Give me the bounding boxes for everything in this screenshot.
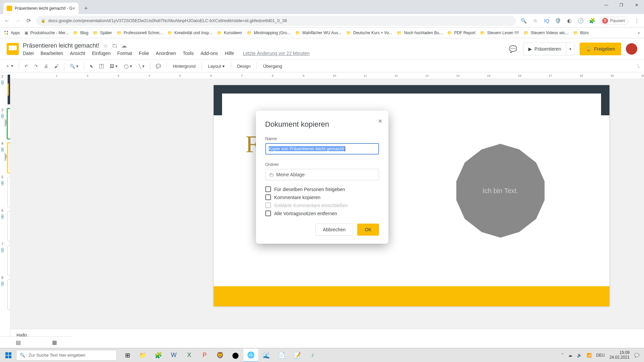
start-button[interactable] <box>1 349 15 362</box>
chrome-menu-icon[interactable]: ⋮ <box>633 17 640 24</box>
bookmark-overflow-icon[interactable]: » <box>638 31 640 35</box>
task-view-icon[interactable]: ⊞ <box>120 349 135 362</box>
bookmark-item[interactable]: 📁PDF Report <box>447 31 475 35</box>
background-button[interactable]: Hintergrund <box>170 62 198 70</box>
nav-back-icon[interactable]: ← <box>4 18 10 24</box>
tray-cloud-icon[interactable]: ☁ <box>568 353 572 358</box>
bookmark-item[interactable]: 📁Professionell Schrei... <box>117 31 163 35</box>
star-document-icon[interactable]: ☆ <box>103 43 108 49</box>
extension-circle-icon[interactable]: ◐ <box>566 17 573 24</box>
menu-addons[interactable]: Add-ons <box>201 51 218 56</box>
line-button[interactable]: ╲ ▾ <box>137 62 147 70</box>
slide-thumbnail[interactable] <box>7 245 10 276</box>
checkbox-share-same[interactable]: Für dieselben Personen freigeben <box>265 186 379 192</box>
explorer-icon[interactable]: 📁 <box>136 349 150 362</box>
menu-slide[interactable]: Folie <box>139 51 149 56</box>
tray-volume-icon[interactable]: 🔊 <box>577 353 582 358</box>
redo-button[interactable]: ↷ <box>32 62 40 70</box>
brave-icon[interactable]: 🦁 <box>213 349 227 362</box>
design-button[interactable]: Design <box>234 62 253 70</box>
menu-file[interactable]: Datei <box>23 51 34 56</box>
bookmark-item[interactable]: 📁Blog <box>73 31 88 35</box>
paint-format-button[interactable]: 🖌 <box>52 62 61 70</box>
bookmark-item[interactable]: ▣Produktsuche - Mer... <box>24 31 68 35</box>
zoom-button[interactable]: 🔍 ▾ <box>68 62 81 70</box>
slide-thumbnail-current[interactable]: 7 ✕ <box>7 143 10 173</box>
edge-icon[interactable]: 🌊 <box>259 349 274 362</box>
spotify-icon[interactable]: ♪ <box>305 349 320 362</box>
tray-expand-icon[interactable]: ˄ <box>561 353 564 358</box>
filmstrip-view-icon[interactable]: ▤ <box>16 339 21 346</box>
undo-button[interactable]: ↶ <box>22 62 30 70</box>
document-title[interactable]: Präsentieren leicht gemacht! <box>23 42 99 49</box>
account-avatar[interactable] <box>626 43 637 55</box>
powerpoint-icon[interactable]: P <box>197 349 212 362</box>
bookmark-item[interactable]: 📁Mindmapping (Gru... <box>247 31 290 35</box>
menu-format[interactable]: Format <box>117 51 132 56</box>
grid-view-icon[interactable]: ▦ <box>52 339 57 346</box>
transition-button[interactable]: Übergang <box>260 62 285 70</box>
tray-wifi-icon[interactable]: 📶 <box>587 353 592 358</box>
obs-icon[interactable]: ⬤ <box>228 349 243 362</box>
slide-thumbnail[interactable] <box>7 280 10 310</box>
speaker-notes[interactable]: Hallo ✦ <box>10 329 644 346</box>
bookmark-item[interactable]: 📁Deutsche Kurs + Vo... <box>346 31 392 35</box>
share-button[interactable]: 🔒 Freigeben <box>580 43 621 55</box>
window-maximize-button[interactable]: ❐ <box>614 0 629 10</box>
checkbox-remove-notes[interactable]: Alle Vortragsnotizen entfernen <box>265 210 379 216</box>
textbox-button[interactable]: 🅃 <box>97 62 106 70</box>
star-icon[interactable]: ☆ <box>532 17 539 24</box>
taskbar-search[interactable]: 🔍 Zur Suche Text hier eingeben <box>16 350 117 361</box>
new-slide-button[interactable]: ＋ ▾ <box>3 62 15 70</box>
profile-chip[interactable]: T Pausiert <box>600 17 629 25</box>
print-button[interactable]: 🖨 <box>42 62 50 70</box>
bookmark-item[interactable]: 📁Steuern Lesen !!!! <box>480 31 519 35</box>
notepad-icon[interactable]: 📝 <box>290 349 305 362</box>
new-tab-button[interactable]: + <box>81 4 91 13</box>
bookmark-item[interactable]: 📁Noch hochladen Bu... <box>397 31 442 35</box>
bookmark-apps[interactable]: Apps <box>4 31 20 35</box>
close-tab-icon[interactable]: × <box>72 6 75 11</box>
layout-button[interactable]: Layout ▾ <box>205 62 227 70</box>
word-icon[interactable]: W <box>166 349 181 362</box>
slide-thumbnail[interactable]: 7 ✕ <box>7 109 10 139</box>
tray-clock[interactable]: 15:09 24.02.2021 <box>609 351 630 360</box>
cancel-button[interactable]: Abbrechen <box>315 224 354 236</box>
name-input[interactable]: Kopie von Präsentieren leicht gemacht! <box>265 143 379 155</box>
menu-insert[interactable]: Einfügen <box>92 51 110 56</box>
ok-button[interactable]: OK <box>357 224 379 236</box>
shape-button[interactable]: ◯ ▾ <box>122 62 135 70</box>
extension-clock-icon[interactable]: 🕓 <box>578 17 584 24</box>
extensions-puzzle-icon[interactable]: 🧩 <box>589 17 596 24</box>
collapse-toolbar-icon[interactable]: ㄟ <box>636 63 641 69</box>
image-button[interactable]: 🖼 ▾ <box>108 62 120 70</box>
menu-help[interactable]: Hilfe <box>225 51 234 56</box>
checkbox-copy-comments[interactable]: Kommentare kopieren <box>265 194 379 200</box>
menu-tools[interactable]: Tools <box>183 51 194 56</box>
tray-language[interactable]: DEU <box>596 353 605 358</box>
bookmark-item[interactable]: 📁Steuern Videos wic... <box>524 31 569 35</box>
taskbar-app-icon[interactable]: 🧩 <box>151 349 166 362</box>
comment-button[interactable]: 💬 <box>154 62 163 70</box>
bookmark-item[interactable]: 📁Später <box>93 31 112 35</box>
browser-tab[interactable]: Präsentieren leicht gemacht! - G × <box>3 3 78 14</box>
bookmark-item[interactable]: 📁Wahlfächer WU Aus... <box>295 31 341 35</box>
last-edit-link[interactable]: Letzte Änderung vor 22 Minuten <box>243 51 310 56</box>
slides-logo-icon[interactable] <box>7 43 19 55</box>
slide-thumbnail[interactable] <box>7 74 10 105</box>
cloud-status-icon[interactable]: ☁ <box>121 43 127 49</box>
menu-arrange[interactable]: Anordnen <box>156 51 176 56</box>
menu-edit[interactable]: Bearbeiten <box>41 51 63 56</box>
folder-picker[interactable]: 🗀 Meine Ablage <box>265 169 379 180</box>
excel-icon[interactable]: X <box>182 349 197 362</box>
nav-reload-icon[interactable]: ⟳ <box>25 17 32 24</box>
chrome-icon[interactable]: 🌐 <box>244 349 258 362</box>
extension-blocker-icon[interactable]: 🛡️ <box>555 17 561 24</box>
window-close-button[interactable]: ✕ <box>629 0 644 10</box>
comments-icon[interactable]: 💬 <box>508 44 519 54</box>
url-field[interactable]: 🔒 docs.google.com/presentation/d/1yV372S… <box>36 16 516 26</box>
select-tool-button[interactable]: ⬉ <box>88 62 95 70</box>
window-minimize-button[interactable]: — <box>599 0 614 10</box>
dialog-close-icon[interactable]: × <box>378 117 382 125</box>
bookmark-item[interactable]: 📁Kursideen <box>217 31 242 35</box>
